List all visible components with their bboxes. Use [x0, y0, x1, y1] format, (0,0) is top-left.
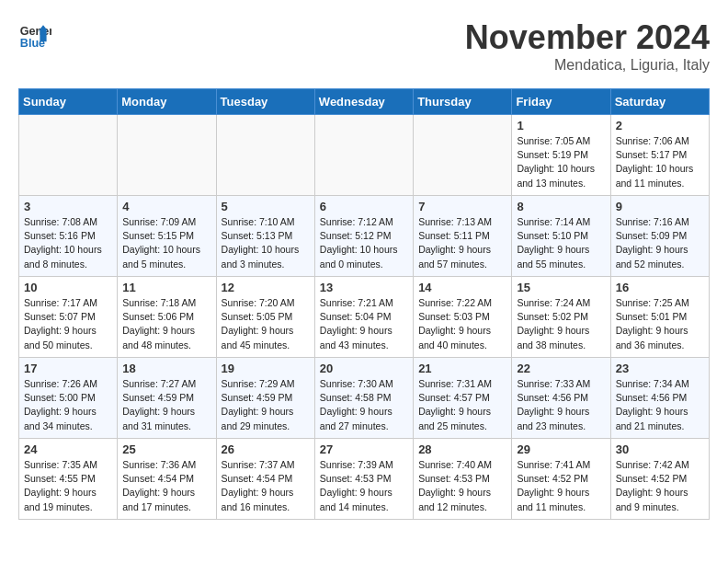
- day-info: Sunrise: 7:29 AMSunset: 4:59 PMDaylight:…: [222, 377, 310, 433]
- day-info: Sunrise: 7:40 AMSunset: 4:53 PMDaylight:…: [418, 458, 506, 514]
- calendar-day-cell: 29Sunrise: 7:41 AMSunset: 4:52 PMDayligh…: [512, 439, 610, 520]
- title-block: November 2024 Mendatica, Liguria, Italy: [465, 18, 710, 74]
- day-number: 12: [222, 281, 310, 294]
- day-info: Sunrise: 7:26 AMSunset: 5:00 PMDaylight:…: [24, 377, 112, 433]
- day-number: 6: [320, 200, 408, 213]
- day-info: Sunrise: 7:39 AMSunset: 4:53 PMDaylight:…: [320, 458, 408, 514]
- day-info: Sunrise: 7:33 AMSunset: 4:56 PMDaylight:…: [517, 377, 605, 433]
- day-info: Sunrise: 7:12 AMSunset: 5:12 PMDaylight:…: [320, 215, 408, 271]
- day-number: 22: [517, 362, 605, 375]
- calendar-day-cell: 7Sunrise: 7:13 AMSunset: 5:11 PMDaylight…: [414, 196, 512, 277]
- day-info: Sunrise: 7:24 AMSunset: 5:02 PMDaylight:…: [517, 296, 605, 352]
- calendar-week-row: 17Sunrise: 7:26 AMSunset: 5:00 PMDayligh…: [19, 358, 710, 439]
- day-number: 18: [122, 362, 210, 375]
- calendar-day-cell: 11Sunrise: 7:18 AMSunset: 5:06 PMDayligh…: [118, 277, 216, 358]
- day-number: 15: [517, 281, 605, 294]
- weekday-header-cell: Friday: [512, 89, 610, 115]
- calendar-week-row: 24Sunrise: 7:35 AMSunset: 4:55 PMDayligh…: [19, 439, 710, 520]
- calendar-day-cell: 4Sunrise: 7:09 AMSunset: 5:15 PMDaylight…: [118, 196, 216, 277]
- calendar-day-cell: 12Sunrise: 7:20 AMSunset: 5:05 PMDayligh…: [216, 277, 314, 358]
- calendar-day-cell: 20Sunrise: 7:30 AMSunset: 4:58 PMDayligh…: [314, 358, 413, 439]
- day-info: Sunrise: 7:16 AMSunset: 5:09 PMDaylight:…: [616, 215, 704, 271]
- logo-icon: General Blue: [18, 18, 51, 52]
- day-number: 16: [616, 281, 704, 294]
- day-number: 24: [24, 442, 112, 456]
- calendar-body: 1Sunrise: 7:05 AMSunset: 5:19 PMDaylight…: [19, 115, 710, 520]
- calendar-day-cell: 9Sunrise: 7:16 AMSunset: 5:09 PMDaylight…: [610, 196, 709, 277]
- day-info: Sunrise: 7:09 AMSunset: 5:15 PMDaylight:…: [122, 215, 210, 271]
- day-info: Sunrise: 7:41 AMSunset: 4:52 PMDaylight:…: [517, 458, 605, 514]
- calendar-table: SundayMondayTuesdayWednesdayThursdayFrid…: [18, 88, 710, 520]
- calendar-day-cell: 13Sunrise: 7:21 AMSunset: 5:04 PMDayligh…: [314, 277, 413, 358]
- day-number: 29: [517, 442, 605, 456]
- day-info: Sunrise: 7:22 AMSunset: 5:03 PMDaylight:…: [418, 296, 506, 352]
- day-info: Sunrise: 7:06 AMSunset: 5:17 PMDaylight:…: [616, 134, 704, 190]
- calendar-day-cell: [414, 115, 512, 196]
- calendar-day-cell: 5Sunrise: 7:10 AMSunset: 5:13 PMDaylight…: [216, 196, 314, 277]
- weekday-header-cell: Sunday: [19, 89, 118, 115]
- day-number: 10: [24, 281, 112, 294]
- calendar-week-row: 10Sunrise: 7:17 AMSunset: 5:07 PMDayligh…: [19, 277, 710, 358]
- day-number: 3: [24, 200, 112, 213]
- calendar-week-row: 1Sunrise: 7:05 AMSunset: 5:19 PMDaylight…: [19, 115, 710, 196]
- day-info: Sunrise: 7:21 AMSunset: 5:04 PMDaylight:…: [320, 296, 408, 352]
- day-info: Sunrise: 7:42 AMSunset: 4:52 PMDaylight:…: [616, 458, 704, 514]
- calendar-week-row: 3Sunrise: 7:08 AMSunset: 5:16 PMDaylight…: [19, 196, 710, 277]
- day-info: Sunrise: 7:10 AMSunset: 5:13 PMDaylight:…: [222, 215, 310, 271]
- calendar-day-cell: 16Sunrise: 7:25 AMSunset: 5:01 PMDayligh…: [610, 277, 709, 358]
- day-number: 28: [418, 442, 506, 456]
- weekday-header-cell: Saturday: [610, 89, 709, 115]
- day-number: 14: [418, 281, 506, 294]
- day-number: 27: [320, 442, 408, 456]
- location-subtitle: Mendatica, Liguria, Italy: [465, 57, 710, 74]
- day-info: Sunrise: 7:20 AMSunset: 5:05 PMDaylight:…: [222, 296, 310, 352]
- day-number: 11: [122, 281, 210, 294]
- page-header: General Blue November 2024 Mendatica, Li…: [18, 18, 710, 74]
- logo: General Blue: [18, 18, 51, 52]
- day-number: 23: [616, 362, 704, 375]
- calendar-day-cell: 18Sunrise: 7:27 AMSunset: 4:59 PMDayligh…: [118, 358, 216, 439]
- day-info: Sunrise: 7:18 AMSunset: 5:06 PMDaylight:…: [122, 296, 210, 352]
- day-info: Sunrise: 7:30 AMSunset: 4:58 PMDaylight:…: [320, 377, 408, 433]
- day-number: 30: [616, 442, 704, 456]
- weekday-header-cell: Wednesday: [314, 89, 413, 115]
- calendar-day-cell: 27Sunrise: 7:39 AMSunset: 4:53 PMDayligh…: [314, 439, 413, 520]
- day-info: Sunrise: 7:05 AMSunset: 5:19 PMDaylight:…: [517, 134, 605, 190]
- calendar-day-cell: 19Sunrise: 7:29 AMSunset: 4:59 PMDayligh…: [216, 358, 314, 439]
- calendar-day-cell: 10Sunrise: 7:17 AMSunset: 5:07 PMDayligh…: [19, 277, 118, 358]
- calendar-day-cell: 30Sunrise: 7:42 AMSunset: 4:52 PMDayligh…: [610, 439, 709, 520]
- day-number: 20: [320, 362, 408, 375]
- calendar-day-cell: 3Sunrise: 7:08 AMSunset: 5:16 PMDaylight…: [19, 196, 118, 277]
- day-info: Sunrise: 7:25 AMSunset: 5:01 PMDaylight:…: [616, 296, 704, 352]
- day-number: 7: [418, 200, 506, 213]
- day-number: 17: [24, 362, 112, 375]
- weekday-header-row: SundayMondayTuesdayWednesdayThursdayFrid…: [19, 89, 710, 115]
- calendar-day-cell: 14Sunrise: 7:22 AMSunset: 5:03 PMDayligh…: [414, 277, 512, 358]
- day-number: 26: [222, 442, 310, 456]
- calendar-day-cell: 25Sunrise: 7:36 AMSunset: 4:54 PMDayligh…: [118, 439, 216, 520]
- calendar-day-cell: 26Sunrise: 7:37 AMSunset: 4:54 PMDayligh…: [216, 439, 314, 520]
- day-info: Sunrise: 7:35 AMSunset: 4:55 PMDaylight:…: [24, 458, 112, 514]
- calendar-day-cell: 24Sunrise: 7:35 AMSunset: 4:55 PMDayligh…: [19, 439, 118, 520]
- day-info: Sunrise: 7:17 AMSunset: 5:07 PMDaylight:…: [24, 296, 112, 352]
- calendar-day-cell: 21Sunrise: 7:31 AMSunset: 4:57 PMDayligh…: [414, 358, 512, 439]
- day-info: Sunrise: 7:36 AMSunset: 4:54 PMDaylight:…: [122, 458, 210, 514]
- day-number: 5: [222, 200, 310, 213]
- day-number: 13: [320, 281, 408, 294]
- day-number: 2: [616, 119, 704, 132]
- calendar-day-cell: 17Sunrise: 7:26 AMSunset: 5:00 PMDayligh…: [19, 358, 118, 439]
- weekday-header-cell: Tuesday: [216, 89, 314, 115]
- calendar-day-cell: [314, 115, 413, 196]
- day-number: 25: [122, 442, 210, 456]
- month-title: November 2024: [465, 18, 710, 57]
- calendar-day-cell: 6Sunrise: 7:12 AMSunset: 5:12 PMDaylight…: [314, 196, 413, 277]
- calendar-day-cell: 1Sunrise: 7:05 AMSunset: 5:19 PMDaylight…: [512, 115, 610, 196]
- day-info: Sunrise: 7:27 AMSunset: 4:59 PMDaylight:…: [122, 377, 210, 433]
- calendar-day-cell: 22Sunrise: 7:33 AMSunset: 4:56 PMDayligh…: [512, 358, 610, 439]
- day-info: Sunrise: 7:13 AMSunset: 5:11 PMDaylight:…: [418, 215, 506, 271]
- calendar-day-cell: [19, 115, 118, 196]
- day-info: Sunrise: 7:31 AMSunset: 4:57 PMDaylight:…: [418, 377, 506, 433]
- weekday-header-cell: Thursday: [414, 89, 512, 115]
- calendar-day-cell: 2Sunrise: 7:06 AMSunset: 5:17 PMDaylight…: [610, 115, 709, 196]
- day-number: 19: [222, 362, 310, 375]
